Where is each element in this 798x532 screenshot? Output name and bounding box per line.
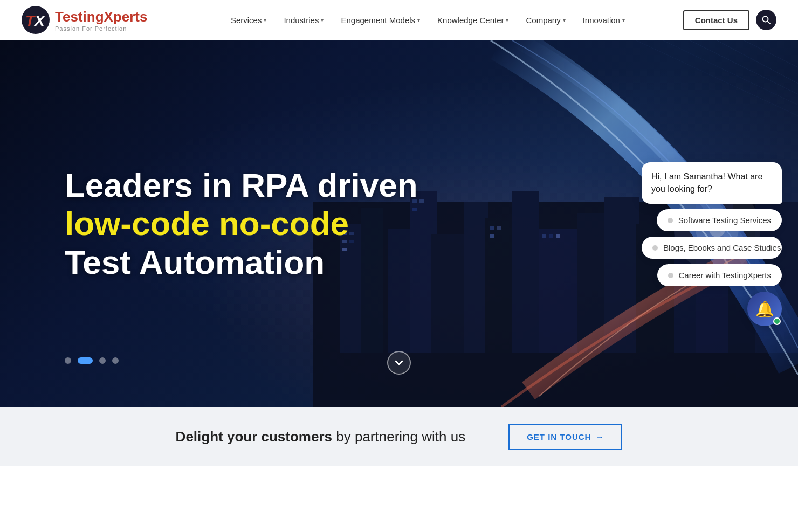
bell-icon: 🔔	[755, 300, 774, 318]
dot-icon	[668, 273, 673, 278]
hero-title-line2: low-code no-code	[65, 204, 418, 243]
svg-rect-34	[542, 234, 546, 238]
online-status-indicator	[773, 317, 781, 325]
svg-rect-29	[419, 199, 424, 203]
chat-option-career[interactable]: Career with TestingXperts	[657, 264, 782, 286]
cta-text: Delight your customers by partnering wit…	[176, 429, 466, 445]
nav-company[interactable]: Company ▾	[518, 11, 573, 29]
dot-icon	[668, 218, 673, 223]
logo-prefix: Testing	[55, 9, 104, 25]
slide-dot-1[interactable]	[65, 357, 71, 364]
hero-title-line3: Test Automation	[65, 243, 418, 281]
svg-rect-15	[539, 229, 580, 353]
header: T X TestingXperts Passion For Perfection…	[0, 0, 798, 40]
chevron-down-icon: ▾	[506, 17, 508, 23]
slide-dot-4[interactable]	[112, 357, 119, 364]
hero-content: Leaders in RPA driven low-code no-code T…	[65, 166, 418, 281]
chevron-down-icon: ▾	[563, 17, 566, 23]
chevron-down-icon	[394, 358, 404, 368]
logo[interactable]: T X TestingXperts Passion For Perfection	[22, 6, 173, 34]
chat-option-software-testing[interactable]: Software Testing Services	[657, 209, 782, 231]
logo-highlight: Xperts	[104, 9, 148, 25]
search-button[interactable]	[756, 10, 776, 30]
main-nav: Services ▾ Industries ▾ Engagement Model…	[173, 11, 683, 29]
svg-text:X: X	[33, 12, 46, 29]
cta-text-bold: Delight your customers	[176, 429, 332, 445]
hero-title-line1: Leaders in RPA driven	[65, 166, 418, 204]
slide-dots	[65, 357, 119, 364]
nav-innovation[interactable]: Innovation ▾	[575, 11, 632, 29]
svg-rect-14	[512, 191, 539, 353]
arrow-right-icon: →	[595, 432, 604, 441]
chat-option-blogs[interactable]: Blogs, Ebooks and Case Studies	[642, 237, 782, 259]
logo-tagline: Passion For Perfection	[55, 25, 147, 32]
chat-widget: Hi, I am Samantha! What are you looking …	[642, 162, 782, 326]
slide-dot-3[interactable]	[99, 357, 106, 364]
dot-icon	[652, 245, 658, 251]
svg-rect-33	[490, 234, 494, 238]
logo-brand: TestingXperts	[55, 9, 147, 25]
cta-banner: Delight your customers by partnering wit…	[0, 407, 798, 466]
nav-services[interactable]: Services ▾	[223, 11, 274, 29]
header-actions: Contact Us	[683, 10, 776, 30]
chevron-down-icon: ▾	[264, 17, 266, 23]
svg-rect-12	[464, 202, 488, 353]
hero-section: Leaders in RPA driven low-code no-code T…	[0, 40, 798, 407]
chevron-down-icon: ▾	[622, 17, 625, 23]
nav-industries[interactable]: Industries ▾	[276, 11, 331, 29]
nav-knowledge-center[interactable]: Knowledge Center ▾	[430, 11, 516, 29]
svg-line-4	[768, 22, 771, 24]
cta-text-rest: by partnering with us	[332, 429, 465, 445]
get-in-touch-button[interactable]: GET IN TOUCH →	[508, 424, 622, 450]
nav-engagement-models[interactable]: Engagement Models ▾	[333, 11, 428, 29]
chevron-down-icon: ▾	[417, 17, 420, 23]
svg-rect-31	[490, 226, 494, 230]
svg-rect-35	[549, 234, 553, 238]
logo-icon: T X	[22, 6, 50, 34]
svg-rect-36	[556, 234, 560, 238]
search-icon	[762, 16, 771, 24]
slide-dot-2[interactable]	[78, 357, 93, 364]
chevron-down-icon: ▾	[321, 17, 324, 23]
svg-rect-32	[497, 226, 501, 230]
contact-us-button[interactable]: Contact Us	[683, 10, 749, 30]
scroll-down-button[interactable]	[387, 351, 411, 375]
chat-greeting-bubble: Hi, I am Samantha! What are you looking …	[642, 162, 782, 204]
logo-text: TestingXperts Passion For Perfection	[55, 9, 147, 32]
chat-avatar-wrapper[interactable]: 🔔	[747, 292, 782, 326]
